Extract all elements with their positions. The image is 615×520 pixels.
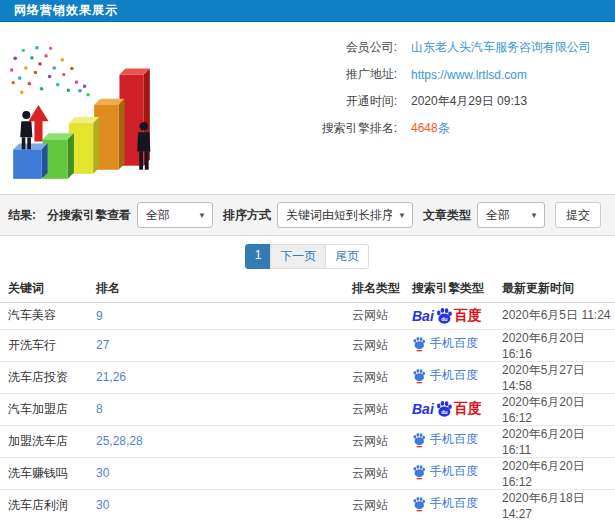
keyword-text: 汽车加盟店 [8, 402, 68, 416]
table-row: 开洗车行 27 云网站 Bai du 百度 [0, 329, 615, 361]
rank-cell: 30 [88, 457, 346, 489]
page-button-1[interactable]: 1 [245, 244, 272, 269]
chevron-down-icon: ▼ [530, 211, 538, 220]
filter-controls: 分搜索引擎查看 全部 ▼ 排序方式 关键词由短到长排序 ▼ 文章类型 全部 ▼ … [37, 202, 601, 228]
baidu-cn-text: 百度 [454, 400, 482, 418]
filter-bar: 结果: 分搜索引擎查看 全部 ▼ 排序方式 关键词由短到长排序 ▼ 文章类型 全… [0, 194, 615, 236]
rank-link[interactable]: 27 [96, 338, 109, 352]
sort-filter-value: 关键词由短到长排序 [286, 207, 392, 224]
rank-cell: 25,28,28 [88, 425, 346, 457]
mobile-baidu-text: 手机百度 [430, 431, 478, 448]
promotion-url-link[interactable]: https://www.lrtlsd.com [411, 68, 527, 82]
rank-type-cell: 云网站 [346, 302, 408, 329]
engine-cell: Bai du 百度 [408, 361, 498, 393]
rank-cell: 9 [88, 302, 346, 329]
time-text: 2020年6月20日 16:12 [502, 395, 585, 425]
time-text: 2020年6月20日 16:16 [502, 331, 585, 361]
table-header-row: 关键词 排名 排名类型 搜索引擎类型 最新更新时间 [0, 276, 615, 302]
keyword-text: 洗车店投资 [8, 370, 68, 384]
mobile-paw-icon [412, 432, 426, 448]
rank-link[interactable]: 30 [96, 498, 109, 512]
rank-type-text: 云网站 [352, 308, 388, 322]
rank-type-cell: 云网站 [346, 361, 408, 393]
baidu-paw-icon: du [435, 307, 453, 325]
next-page-button[interactable]: 下一页 [270, 244, 326, 269]
rank-count-suffix: 条 [438, 121, 450, 135]
rank-type-text: 云网站 [352, 402, 388, 416]
engine-filter-label: 分搜索引擎查看 [47, 207, 131, 224]
time-text: 2020年6月20日 16:12 [502, 459, 585, 489]
table-row: 汽车加盟店 8 云网站 Bai du 百度 [0, 393, 615, 425]
rank-cell: 8 [88, 393, 346, 425]
rank-type-cell: 云网站 [346, 329, 408, 361]
mobile-baidu-icon: 手机百度 [412, 495, 478, 512]
submit-button[interactable]: 提交 [555, 202, 601, 228]
keyword-cell: 洗车店利润 [0, 489, 88, 520]
rank-type-text: 云网站 [352, 370, 388, 384]
engine-cell: Bai du 百度 [408, 302, 498, 329]
keyword-text: 洗车店利润 [8, 498, 68, 512]
mobile-baidu-text: 手机百度 [430, 463, 478, 480]
time-cell: 2020年6月20日 16:12 [498, 393, 615, 425]
rank-type-cell: 云网站 [346, 393, 408, 425]
baidu-du-text: du [441, 315, 447, 321]
company-info-list: 会员公司: 山东老人头汽车服务咨询有限公司 推广地址: https://www.… [162, 22, 615, 194]
last-page-button[interactable]: 尾页 [325, 244, 369, 269]
time-text: 2020年6月18日 14:27 [502, 491, 585, 520]
page-title: 网络营销效果展示 [14, 2, 118, 19]
rank-type-cell: 云网站 [346, 489, 408, 520]
info-row-url: 推广地址: https://www.lrtlsd.com [162, 61, 615, 88]
time-text: 2020年6月20日 16:11 [502, 427, 585, 457]
rank-type-text: 云网站 [352, 338, 388, 352]
rank-cell: 21,26 [88, 361, 346, 393]
time-cell: 2020年6月20日 16:12 [498, 457, 615, 489]
baidu-cn-text: 百度 [454, 307, 482, 325]
mobile-baidu-icon: 手机百度 [412, 463, 478, 480]
rank-type-text: 云网站 [352, 434, 388, 448]
keyword-cell: 开洗车行 [0, 329, 88, 361]
time-text: 2020年5月27日 14:58 [502, 363, 585, 393]
article-type-value: 全部 [486, 207, 524, 224]
info-row-company: 会员公司: 山东老人头汽车服务咨询有限公司 [162, 34, 615, 61]
info-row-rank-count: 搜索引擎排名: 4648条 [162, 115, 615, 142]
engine-filter-select[interactable]: 全部 ▼ [137, 202, 213, 228]
baidu-paw-icon: du [435, 400, 453, 418]
header-keyword: 关键词 [0, 276, 88, 302]
keyword-cell: 洗车赚钱吗 [0, 457, 88, 489]
header-rank: 排名 [88, 276, 346, 302]
table-row: 汽车美容 9 云网站 Bai du 百度 [0, 302, 615, 329]
keyword-text: 汽车美容 [8, 308, 56, 322]
sort-filter-select[interactable]: 关键词由短到长排序 ▼ [277, 202, 413, 228]
keyword-text: 加盟洗车店 [8, 434, 68, 448]
open-time-label: 开通时间: [162, 93, 397, 110]
header-update-time: 最新更新时间 [498, 276, 615, 302]
rank-type-text: 云网站 [352, 466, 388, 480]
chevron-down-icon: ▼ [398, 211, 406, 220]
rank-link[interactable]: 30 [96, 466, 109, 480]
rank-type-cell: 云网站 [346, 457, 408, 489]
mobile-paw-icon [412, 336, 426, 352]
rank-count-value: 4648条 [411, 120, 450, 137]
baidu-bai-text: Bai [412, 401, 434, 417]
rank-link[interactable]: 8 [96, 402, 103, 416]
mobile-baidu-text: 手机百度 [430, 367, 478, 384]
sort-filter-label: 排序方式 [223, 207, 271, 224]
rank-count-label: 搜索引擎排名: [162, 120, 397, 137]
keyword-cell: 汽车美容 [0, 302, 88, 329]
mobile-baidu-icon: 手机百度 [412, 431, 478, 448]
rank-link[interactable]: 9 [96, 309, 103, 323]
company-link[interactable]: 山东老人头汽车服务咨询有限公司 [411, 39, 591, 56]
rank-cell: 30 [88, 489, 346, 520]
article-type-select[interactable]: 全部 ▼ [477, 202, 545, 228]
results-table: 关键词 排名 排名类型 搜索引擎类型 最新更新时间 汽车美容 9 云网站 Bai… [0, 276, 615, 520]
rank-link[interactable]: 25,28,28 [96, 434, 143, 448]
time-cell: 2020年6月20日 16:16 [498, 329, 615, 361]
engine-cell: Bai du 百度 [408, 457, 498, 489]
table-row: 加盟洗车店 25,28,28 云网站 Bai du 百度 [0, 425, 615, 457]
keyword-text: 开洗车行 [8, 338, 56, 352]
rank-link[interactable]: 21,26 [96, 370, 126, 384]
header-engine-type: 搜索引擎类型 [408, 276, 498, 302]
time-text: 2020年6月5日 11:24 [502, 308, 611, 322]
open-time-value: 2020年4月29日 09:13 [411, 93, 527, 110]
result-label: 结果: [8, 207, 36, 224]
